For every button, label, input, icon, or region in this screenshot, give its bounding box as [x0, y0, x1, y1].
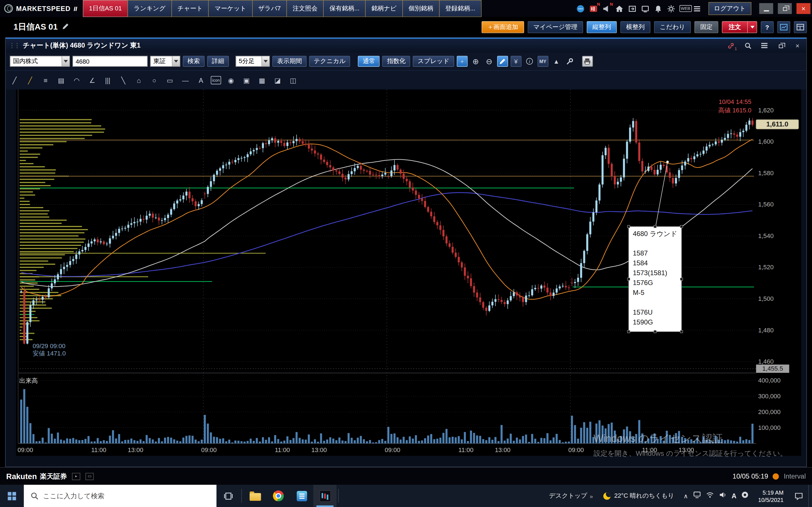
- panel-launch-icon[interactable]: [627, 4, 637, 13]
- indexed-mode-button[interactable]: 指数化: [382, 56, 410, 67]
- kodawari-button[interactable]: こだわり: [654, 21, 691, 33]
- chart-window-titlebar[interactable]: ⋮⋮ チャート(単体) 4680 ラウンドワン 東1 1 ×: [6, 38, 806, 52]
- add-pane-icon[interactable]: +: [457, 56, 468, 67]
- main-tab-3[interactable]: チャート: [171, 0, 209, 17]
- display-tray-icon[interactable]: [693, 491, 701, 501]
- desktop-toolbar[interactable]: デスクトップ »: [544, 485, 598, 507]
- note-resize-handle[interactable]: [680, 330, 683, 333]
- interval-select[interactable]: 5分足: [236, 56, 270, 67]
- ime-mode-icon[interactable]: [741, 491, 749, 501]
- detail-button[interactable]: 詳細: [207, 56, 229, 67]
- task-view-button[interactable]: [216, 485, 240, 507]
- marketspeed-taskbar-icon[interactable]: [313, 485, 337, 507]
- mypage-manage-button[interactable]: マイページ管理: [527, 21, 583, 33]
- draw-pencil-icon[interactable]: [497, 56, 508, 67]
- main-tab-10[interactable]: 登録銘柄...: [439, 0, 481, 17]
- align-horizontal-button[interactable]: 横整列: [620, 21, 651, 33]
- drag-handle-icon[interactable]: ⋮⋮: [9, 42, 19, 49]
- note-resize-handle[interactable]: [654, 225, 656, 228]
- bell-icon[interactable]: [653, 4, 663, 13]
- spread-mode-button[interactable]: スプレッド: [413, 56, 454, 67]
- main-tab-9[interactable]: 個別銘柄: [402, 0, 440, 17]
- help-button[interactable]: ?: [761, 21, 774, 33]
- notes-app-icon[interactable]: [290, 485, 313, 507]
- taskbar-search[interactable]: ここに入力して検索: [24, 485, 216, 507]
- normal-mode-button[interactable]: 通常: [358, 56, 380, 67]
- horizontal-lines-icon[interactable]: ≡: [40, 74, 51, 86]
- window-search-icon[interactable]: [742, 41, 753, 50]
- angle-line-icon[interactable]: ∠: [87, 74, 98, 86]
- home-icon[interactable]: [614, 4, 624, 13]
- action-center-button[interactable]: [789, 485, 808, 507]
- window-menu-icon[interactable]: [759, 41, 770, 50]
- logout-button[interactable]: ログアウト: [708, 2, 751, 15]
- my-chart-icon[interactable]: MY: [538, 56, 548, 67]
- info-icon[interactable]: i: [524, 56, 535, 67]
- search-button[interactable]: 検索: [183, 56, 204, 67]
- restore-button[interactable]: [778, 3, 792, 14]
- exchange-select[interactable]: 東証: [150, 56, 181, 67]
- icon-stamp-tool[interactable]: icon: [211, 76, 221, 84]
- rectangle-shape-icon[interactable]: ▭: [164, 74, 175, 86]
- support-chat-icon[interactable]: [576, 4, 585, 13]
- note-resize-handle[interactable]: [680, 278, 683, 280]
- start-button[interactable]: [0, 485, 24, 507]
- pin-layout-button[interactable]: 固定: [695, 21, 718, 33]
- symbol-code-input[interactable]: 4680: [72, 56, 147, 67]
- vertical-lines-icon[interactable]: |||: [102, 74, 113, 86]
- copy-tool-icon[interactable]: ▣: [241, 74, 252, 86]
- market-select[interactable]: 国内株式: [10, 56, 70, 67]
- note-resize-handle[interactable]: [654, 330, 656, 333]
- volume-tray-icon[interactable]: [719, 491, 727, 501]
- web-link-icon[interactable]: WEB: [679, 4, 689, 13]
- announcement-icon[interactable]: N: [602, 4, 611, 13]
- note-resize-handle[interactable]: [627, 225, 630, 228]
- main-tab-8[interactable]: 銘柄ナビ: [365, 0, 403, 17]
- order-button[interactable]: 注文: [722, 21, 757, 33]
- technical-button[interactable]: テクニカル: [309, 56, 350, 67]
- window-close-icon[interactable]: ×: [792, 41, 803, 50]
- note-resize-handle[interactable]: [627, 278, 630, 280]
- main-tab-1[interactable]: 1日信AS 01: [83, 0, 128, 17]
- file-explorer-icon[interactable]: [243, 485, 267, 507]
- eraser-icon[interactable]: ◪: [272, 74, 283, 86]
- ime-a-icon[interactable]: A: [732, 492, 737, 500]
- zoom-out-icon[interactable]: ⊖: [484, 56, 495, 67]
- link-group-icon[interactable]: 1: [725, 41, 737, 50]
- arc-icon[interactable]: ◠: [71, 74, 82, 86]
- window-layout-icon[interactable]: [794, 21, 807, 33]
- yen-display-icon[interactable]: ¥: [511, 56, 522, 67]
- order-dropdown-caret[interactable]: [747, 22, 756, 33]
- main-tab-2[interactable]: ランキング: [128, 0, 172, 17]
- steep-line-icon[interactable]: ╲: [117, 74, 129, 86]
- menu-icon[interactable]: [692, 4, 702, 13]
- main-tab-6[interactable]: 注文照会: [287, 0, 324, 17]
- network-tray-icon[interactable]: [706, 491, 714, 501]
- layers-icon[interactable]: ▦: [256, 74, 267, 86]
- polygon-icon[interactable]: ⌂: [133, 74, 144, 86]
- pencil-icon[interactable]: ╱: [24, 74, 36, 86]
- zoom-in-icon[interactable]: ⊕: [470, 56, 481, 67]
- minimize-button[interactable]: [759, 3, 773, 14]
- cast-icon[interactable]: [640, 4, 650, 13]
- market-app-icon[interactable]: N: [589, 4, 598, 13]
- text-tool-icon[interactable]: A: [195, 74, 206, 86]
- align-vertical-button[interactable]: 縦整列: [587, 21, 617, 33]
- tray-expand-icon[interactable]: ∧: [683, 492, 688, 500]
- dock-expand-icon[interactable]: ▸: [72, 473, 80, 480]
- chrome-icon[interactable]: [267, 485, 290, 507]
- note-resize-handle[interactable]: [680, 225, 683, 228]
- marker-icon[interactable]: ◉: [225, 74, 237, 86]
- main-tab-7[interactable]: 保有銘柄...: [323, 0, 366, 17]
- edit-title-icon[interactable]: [62, 22, 70, 32]
- note-resize-handle[interactable]: [627, 330, 630, 333]
- main-tab-4[interactable]: マーケット: [208, 0, 252, 17]
- main-tab-5[interactable]: ザラバ7: [252, 0, 287, 17]
- candlestick-chart[interactable]: 1,6201,6001,5801,5601,5401,5201,5001,480…: [16, 90, 801, 456]
- popup-chart-icon[interactable]: [777, 21, 790, 33]
- mountain-chart-icon[interactable]: ▲: [551, 56, 562, 67]
- add-screen-button[interactable]: ＋画面追加: [481, 21, 524, 33]
- settings-wrench-icon[interactable]: [564, 56, 575, 67]
- weather-widget[interactable]: 22°C 晴れのちくもり: [598, 485, 679, 507]
- taskbar-clock[interactable]: 5:19 AM 10/5/2021: [753, 485, 789, 507]
